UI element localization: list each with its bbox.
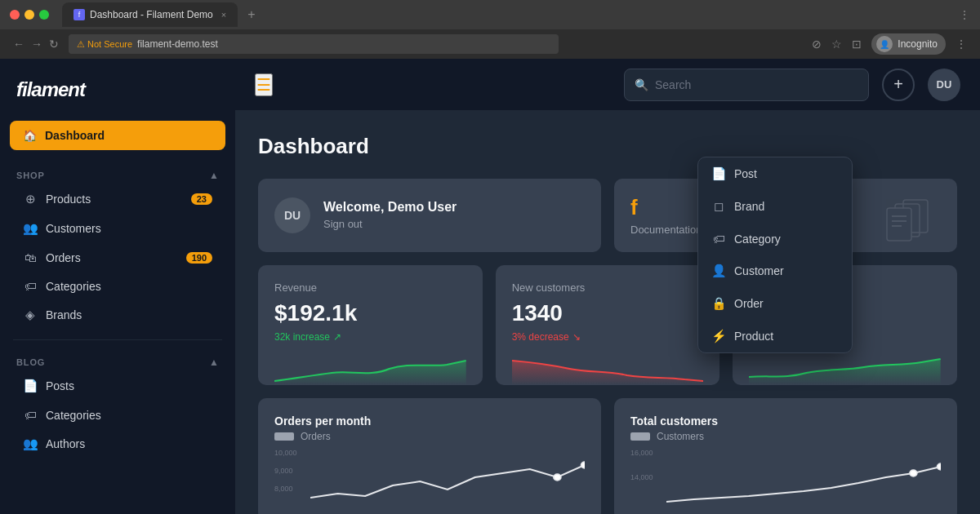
customers-legend-label: Customers	[657, 431, 704, 442]
dropdown-item-customer[interactable]: 👤 Customer	[698, 255, 852, 287]
app-container: filament 🏠 Dashboard SHOP ▲ ⊕ Products 2…	[0, 59, 980, 514]
tab-search-icon[interactable]: ⊡	[852, 38, 862, 51]
revenue-change-text: 32k increase	[274, 331, 330, 343]
brand-dropdown-icon: ◻	[711, 199, 726, 214]
address-bar-row: ← → ↻ ⚠ Not Secure filament-demo.test ⊘ …	[0, 29, 980, 59]
orders-y-axis: 10,000 9,000 8,000	[274, 449, 297, 493]
dropdown-item-product[interactable]: ⚡ Product	[698, 320, 852, 352]
docs-brand-icon: f	[630, 195, 702, 220]
blog-toggle-icon[interactable]: ▲	[209, 357, 219, 368]
product-dropdown-label: Product	[734, 330, 773, 343]
products-label: Products	[46, 193, 91, 206]
orders-icon: 🛍	[23, 250, 38, 264]
orders-chart-title: Orders per month	[274, 414, 585, 428]
incognito-button[interactable]: 👤 Incognito	[871, 33, 946, 55]
revenue-card: Revenue $192.1k 32k increase ↗	[258, 265, 483, 385]
search-icon: 🔍	[635, 78, 648, 91]
orders-legend-label: Orders	[301, 431, 331, 442]
dashboard-nav: 🏠 Dashboard	[10, 121, 225, 150]
cast-icon[interactable]: ⊘	[812, 38, 822, 51]
sidebar-item-authors[interactable]: 👥 Authors	[7, 429, 229, 459]
browser-menu-button[interactable]: ⋮	[959, 8, 970, 21]
customers-trend-icon: ↘	[572, 331, 581, 343]
traffic-lights	[10, 10, 49, 20]
brand-dropdown-label: Brand	[734, 200, 764, 213]
charts-row: Orders per month Orders 10,000 9,000 8,0…	[258, 398, 957, 514]
page-content: Dashboard DU Welcome, Demo User Sign out…	[235, 111, 980, 514]
svg-point-8	[910, 470, 917, 476]
orders-sparkline	[749, 352, 941, 385]
post-dropdown-icon: 📄	[711, 166, 726, 181]
sign-out-link[interactable]: Sign out	[323, 218, 363, 230]
browser-nav-buttons: ← → ↻	[13, 38, 59, 51]
dashboard-label: Dashboard	[45, 129, 105, 142]
new-customers-change-text: 3% decrease	[512, 331, 569, 343]
back-button[interactable]: ←	[13, 38, 24, 51]
welcome-card: DU Welcome, Demo User Sign out	[258, 179, 601, 252]
dropdown-item-post[interactable]: 📄 Post	[698, 157, 852, 190]
shop-section-header: SHOP ▲	[0, 163, 235, 184]
star-icon[interactable]: ☆	[831, 38, 842, 51]
product-dropdown-icon: ⚡	[711, 329, 726, 343]
new-tab-button[interactable]: +	[241, 7, 261, 22]
minimize-window-button[interactable]	[24, 10, 34, 20]
welcome-text: Welcome, Demo User Sign out	[323, 200, 457, 231]
topbar-wrapper: ☰ 🔍 Search + DU 📄 Post ◻	[235, 59, 980, 111]
brands-icon: ◈	[23, 308, 38, 322]
refresh-button[interactable]: ↻	[49, 38, 59, 51]
blog-categories-icon: 🏷	[23, 408, 38, 422]
authors-icon: 👥	[23, 436, 38, 451]
docs-label: Documentation	[630, 224, 702, 236]
search-bar[interactable]: 🔍 Search	[624, 69, 869, 101]
sidebar-item-customers[interactable]: 👥 Customers	[7, 214, 229, 243]
welcome-heading: Welcome, Demo User	[323, 200, 457, 215]
revenue-label: Revenue	[274, 281, 466, 294]
orders-chart-card: Orders per month Orders 10,000 9,000 8,0…	[258, 398, 601, 514]
url-text: filament-demo.test	[137, 38, 218, 50]
products-icon: ⊕	[23, 192, 38, 206]
blog-section-header: BLOG ▲	[0, 350, 235, 371]
forward-button[interactable]: →	[31, 38, 42, 51]
sidebar-item-brands[interactable]: ◈ Brands	[7, 300, 229, 330]
sidebar-item-posts[interactable]: 📄 Posts	[7, 371, 229, 401]
customers-legend-swatch	[630, 432, 650, 441]
page-title: Dashboard	[258, 134, 957, 159]
posts-label: Posts	[46, 379, 74, 392]
shop-toggle-icon[interactable]: ▲	[209, 170, 219, 181]
app-logo: filament	[16, 78, 85, 100]
sidebar-item-products[interactable]: ⊕ Products 23	[7, 184, 229, 214]
sidebar-item-blog-categories[interactable]: 🏷 Categories	[7, 401, 229, 429]
browser-action-icons: ⊘ ☆ ⊡ 👤 Incognito ⋮	[812, 33, 967, 55]
dropdown-item-brand[interactable]: ◻ Brand	[698, 190, 852, 223]
plus-icon: +	[893, 75, 903, 94]
posts-icon: 📄	[23, 379, 38, 393]
orders-badge: 190	[186, 252, 212, 264]
dropdown-item-category[interactable]: 🏷 Category	[698, 223, 852, 255]
orders-chart-legend: Orders	[274, 431, 585, 442]
sidebar-item-orders[interactable]: 🛍 Orders 190	[7, 243, 229, 272]
revenue-trend-icon: ↗	[333, 331, 341, 343]
hamburger-button[interactable]: ☰	[255, 73, 273, 96]
tab-close-button[interactable]: ×	[221, 10, 226, 20]
active-tab[interactable]: f Dashboard - Filament Demo ×	[62, 2, 238, 27]
close-window-button[interactable]	[10, 10, 20, 20]
revenue-value: $192.1k	[274, 300, 466, 326]
customers-chart-legend: Customers	[630, 431, 941, 442]
products-badge: 23	[191, 193, 212, 205]
blog-section-label: BLOG	[16, 357, 45, 367]
sidebar-item-dashboard[interactable]: 🏠 Dashboard	[10, 121, 225, 150]
post-dropdown-label: Post	[734, 167, 757, 180]
svg-point-9	[938, 463, 941, 470]
authors-label: Authors	[46, 437, 85, 450]
dropdown-item-order[interactable]: 🔒 Order	[698, 287, 852, 320]
address-bar[interactable]: ⚠ Not Secure filament-demo.test	[69, 34, 559, 54]
search-placeholder-text: Search	[655, 78, 691, 91]
docs-illustration	[879, 192, 944, 252]
welcome-initials: DU	[284, 209, 301, 222]
new-customers-value: 1340	[512, 300, 704, 326]
browser-menu-icon[interactable]: ⋮	[956, 38, 967, 51]
add-button[interactable]: +	[882, 69, 915, 101]
user-avatar[interactable]: DU	[928, 69, 960, 101]
sidebar-item-categories[interactable]: 🏷 Categories	[7, 272, 229, 300]
maximize-window-button[interactable]	[39, 10, 49, 20]
